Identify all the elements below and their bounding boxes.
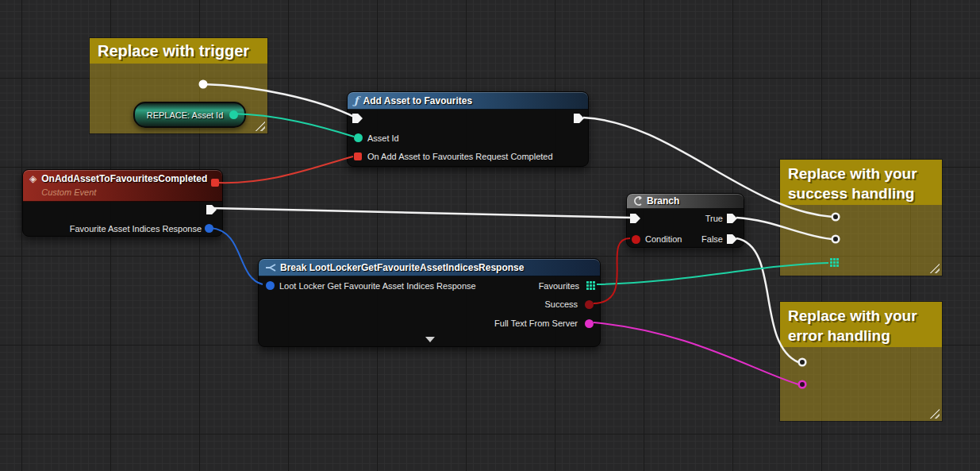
delegate-output-pin[interactable]: [211, 179, 219, 187]
comment-success-handling[interactable]: Replace with your success handling: [780, 160, 942, 276]
full-text-output-pin[interactable]: [585, 319, 594, 328]
pin-label: Asset Id: [367, 133, 399, 143]
node-header[interactable]: ƒ Add Asset to Favourites: [348, 92, 588, 110]
node-title: OnAddAssetToFavouritesCompleted: [41, 173, 207, 184]
node-add-asset-to-favourites[interactable]: ƒ Add Asset to Favourites Asset Id On Ad…: [347, 91, 589, 167]
true-output-pin[interactable]: [727, 214, 737, 223]
node-header[interactable]: Break LootLockerGetFavouriteAssetIndices…: [259, 259, 600, 276]
pin-label: Favourites: [539, 281, 579, 291]
false-output-pin[interactable]: [727, 234, 737, 244]
comment-header[interactable]: Replace with your success handling: [780, 160, 942, 205]
node-title: Add Asset to Favourites: [363, 95, 473, 106]
collapse-arrow-icon[interactable]: [425, 337, 435, 342]
condition-input-pin[interactable]: [632, 235, 640, 244]
exec-input-pin[interactable]: [630, 214, 640, 223]
break-struct-icon: [265, 263, 276, 272]
pin-label: Success: [544, 299, 578, 309]
comment-title: error handling: [788, 326, 934, 346]
exec-output-pin[interactable]: [206, 205, 217, 214]
pin-label: On Add Asset to Favourites Request Compl…: [367, 152, 553, 161]
custom-event-icon: ◈: [29, 173, 37, 184]
node-title: Break LootLockerGetFavouriteAssetIndices…: [280, 262, 524, 273]
comment-header[interactable]: Replace with trigger: [90, 38, 267, 64]
comment-resize-handle[interactable]: [928, 261, 940, 273]
success-output-pin[interactable]: [585, 300, 594, 309]
pill-label: REPLACE: Asset Id: [147, 110, 224, 120]
response-output-pin[interactable]: [205, 224, 213, 233]
node-title: Branch: [647, 195, 679, 207]
comment-title: Replace with your: [788, 164, 934, 183]
pin-label: Favourite Asset Indices Response: [70, 224, 202, 234]
comment-title: success handling: [788, 183, 934, 203]
favourites-array-output-pin[interactable]: [586, 281, 595, 290]
node-header[interactable]: Branch: [627, 194, 744, 209]
comment-error-handling[interactable]: Replace with your error handling: [780, 302, 942, 421]
pin-label: True: [705, 214, 723, 223]
asset-id-input-pin[interactable]: [354, 133, 363, 142]
node-subtitle: Custom Event: [41, 187, 96, 197]
pin-label: Loot Locker Get Favourite Asset Indices …: [279, 281, 476, 291]
delegate-input-pin[interactable]: [354, 152, 362, 160]
exec-output-pin[interactable]: [574, 114, 584, 123]
node-header[interactable]: ◈ OnAddAssetToFavouritesCompleted Custom…: [23, 170, 222, 202]
node-break-struct[interactable]: Break LootLockerGetFavouriteAssetIndices…: [258, 258, 601, 347]
asset-id-output-pin[interactable]: [229, 110, 238, 119]
comment-resize-handle[interactable]: [253, 119, 265, 131]
pin-label: Condition: [645, 234, 682, 244]
comment-header[interactable]: Replace with your error handling: [780, 302, 942, 347]
branch-icon: [632, 196, 643, 206]
pin-label: False: [701, 234, 723, 244]
function-icon: ƒ: [354, 95, 359, 106]
blueprint-graph-canvas[interactable]: Replace with trigger Replace with your s…: [0, 0, 980, 471]
comment-title: Replace with trigger: [98, 40, 259, 63]
node-on-add-asset-completed-event[interactable]: ◈ OnAddAssetToFavouritesCompleted Custom…: [22, 169, 223, 237]
replace-asset-id-node[interactable]: REPLACE: Asset Id: [133, 102, 246, 128]
comment-resize-handle[interactable]: [928, 407, 940, 419]
pin-label: Full Text From Server: [494, 319, 578, 328]
struct-input-pin[interactable]: [266, 281, 275, 290]
comment-title: Replace with your: [788, 306, 934, 326]
exec-input-pin[interactable]: [352, 114, 363, 123]
node-branch[interactable]: Branch Condition True False: [626, 193, 744, 248]
